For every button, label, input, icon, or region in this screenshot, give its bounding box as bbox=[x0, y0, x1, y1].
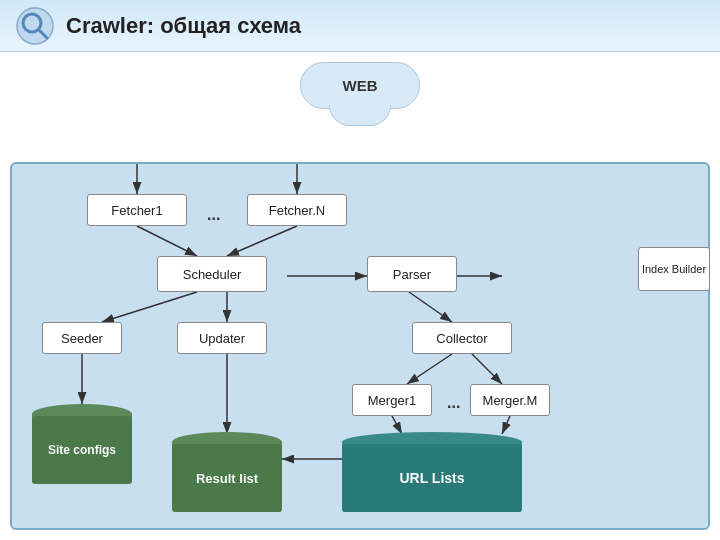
fetcherN-box: Fetcher.N bbox=[247, 194, 347, 226]
svg-line-6 bbox=[137, 226, 197, 256]
collector-box: Collector bbox=[412, 322, 512, 354]
fetcher1-box: Fetcher1 bbox=[87, 194, 187, 226]
index-builder-label: Index Builder bbox=[642, 262, 706, 276]
parser-box: Parser bbox=[367, 256, 457, 292]
header: Crawler: общая схема bbox=[0, 0, 720, 52]
result-list-label: Result list bbox=[172, 444, 282, 512]
main-content: WEB bbox=[0, 52, 720, 540]
result-list-box: Result list bbox=[172, 432, 282, 512]
url-lists-box: URL Lists bbox=[342, 432, 522, 512]
ellipsis1: ... bbox=[207, 206, 220, 224]
web-cloud-label: WEB bbox=[300, 62, 420, 109]
index-builder-box: Index Builder bbox=[638, 247, 710, 291]
svg-line-11 bbox=[102, 292, 197, 322]
svg-line-7 bbox=[227, 226, 297, 256]
diagram-container: Fetcher1 ... Fetcher.N Scheduler Parser … bbox=[10, 162, 710, 530]
merger1-box: Merger1 bbox=[352, 384, 432, 416]
scheduler-box: Scheduler bbox=[157, 256, 267, 292]
svg-line-15 bbox=[407, 354, 452, 384]
svg-line-16 bbox=[472, 354, 502, 384]
mergerM-box: Merger.M bbox=[470, 384, 550, 416]
seeder-box: Seeder bbox=[42, 322, 122, 354]
site-configs-box: Site configs bbox=[32, 404, 132, 484]
site-configs-label: Site configs bbox=[32, 416, 132, 484]
web-cloud: WEB bbox=[280, 62, 440, 109]
updater-box: Updater bbox=[177, 322, 267, 354]
svg-line-10 bbox=[409, 292, 452, 322]
logo-icon bbox=[16, 7, 54, 45]
url-lists-label: URL Lists bbox=[342, 444, 522, 512]
page-title: Crawler: общая схема bbox=[66, 13, 301, 39]
ellipsis2: ... bbox=[447, 394, 460, 412]
